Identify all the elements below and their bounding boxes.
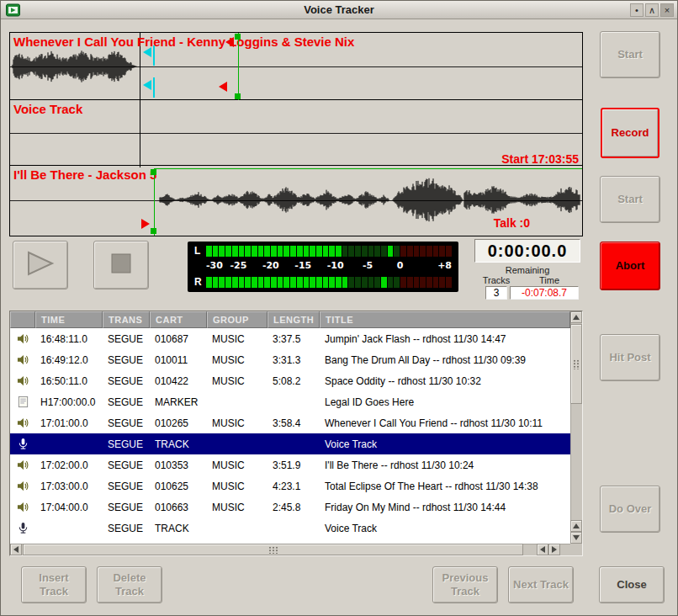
log-cell-length: 2:45.8 bbox=[267, 497, 320, 518]
log-cell-group bbox=[207, 518, 267, 539]
hit-post-button[interactable]: Hit Post bbox=[600, 334, 660, 381]
play-button[interactable] bbox=[13, 241, 68, 289]
scroll-down-icon[interactable] bbox=[570, 532, 582, 544]
horizontal-scrollbar[interactable] bbox=[10, 544, 570, 555]
centerline bbox=[10, 133, 582, 134]
talk-marker-icon[interactable] bbox=[143, 47, 151, 57]
log-cell-group: MUSIC bbox=[207, 497, 267, 518]
meter-right-label: R bbox=[194, 276, 202, 288]
scrollbar-corner bbox=[570, 544, 582, 555]
log-header-title: TITLE bbox=[320, 311, 570, 328]
segue-end-line[interactable] bbox=[238, 33, 239, 100]
scroll-left-icon[interactable] bbox=[10, 544, 22, 555]
log-header: TIME TRANS CART GROUP LENGTH TITLE bbox=[10, 311, 570, 328]
abort-button[interactable]: Abort bbox=[600, 242, 660, 290]
log-cell-group bbox=[207, 433, 267, 454]
track-start-line[interactable] bbox=[140, 33, 140, 167]
log-cell-trans: SEGUE bbox=[103, 518, 150, 539]
log-header-time: TIME bbox=[35, 311, 103, 328]
log-cell-time: 17:03:00.0 bbox=[35, 475, 103, 497]
log-cell-trans: SEGUE bbox=[103, 328, 150, 349]
wave-area: Whenever I Call You Friend - Kenny Loggi… bbox=[9, 32, 583, 236]
start-button-1[interactable]: Start bbox=[600, 31, 660, 78]
log-cell-length: 3:51.9 bbox=[267, 454, 320, 475]
track-panel-2[interactable]: Voice Track Start 17:03:55 bbox=[10, 100, 582, 166]
log-cell-length: 3:58.4 bbox=[267, 412, 320, 433]
log-row[interactable]: SEGUE TRACK Voice Track bbox=[10, 433, 570, 454]
log-cell-length: 3:37.5 bbox=[267, 328, 320, 349]
track-panel-1[interactable]: Whenever I Call You Friend - Kenny Loggi… bbox=[10, 33, 582, 100]
log-cell-title: Friday On My Mind -- rdhost 11/30 14:44 bbox=[320, 497, 570, 518]
mic-icon bbox=[10, 433, 35, 454]
insert-track-button[interactable]: Insert Track bbox=[21, 566, 87, 603]
speaker-icon bbox=[10, 349, 35, 370]
log-cell-length: 4:23.1 bbox=[267, 475, 320, 497]
log-row[interactable]: 17:03:00.0 SEGUE 010625 MUSIC 4:23.1 Tot… bbox=[10, 475, 570, 497]
speaker-icon bbox=[10, 412, 35, 433]
log-cell-group bbox=[207, 391, 267, 412]
shade-icon[interactable]: ∧ bbox=[645, 3, 659, 17]
speaker-icon bbox=[10, 454, 35, 475]
next-track-button[interactable]: Next Track bbox=[508, 566, 574, 603]
talk-marker-bar[interactable] bbox=[153, 45, 155, 66]
track3-fade-marker-icon[interactable] bbox=[141, 219, 150, 229]
log-cell-cart: 010663 bbox=[150, 497, 207, 518]
log-header-icon-col bbox=[10, 311, 35, 328]
titlebar[interactable]: Voice Tracker • ∧ × bbox=[1, 1, 677, 19]
record-button[interactable]: Record bbox=[601, 108, 659, 158]
log-row[interactable]: SEGUE TRACK Voice Track bbox=[10, 518, 570, 539]
elapsed-time-display: 0:00:00.0 bbox=[474, 239, 580, 263]
track3-start-line[interactable] bbox=[154, 168, 155, 236]
speaker-icon bbox=[10, 370, 35, 391]
log-row[interactable]: 16:49:12.0 SEGUE 010011 MUSIC 3:31.3 Ban… bbox=[10, 349, 570, 370]
log-row[interactable]: 17:01:00.0 SEGUE 010265 MUSIC 3:58.4 Whe… bbox=[10, 412, 570, 433]
start-button-2[interactable]: Start bbox=[600, 176, 660, 223]
log-row[interactable]: 17:02:00.0 SEGUE 010353 MUSIC 3:51.9 I'l… bbox=[10, 454, 570, 475]
log-row[interactable]: 16:48:11.0 SEGUE 010687 MUSIC 3:37.5 Jum… bbox=[10, 328, 570, 349]
centerline bbox=[10, 66, 582, 67]
log-cell-group: MUSIC bbox=[207, 370, 267, 391]
log-cell-trans: SEGUE bbox=[103, 475, 150, 497]
previous-track-button[interactable]: Previous Track bbox=[432, 566, 498, 603]
log-cell-cart: TRACK bbox=[150, 433, 207, 454]
log-cell-time: 16:48:11.0 bbox=[35, 328, 103, 349]
remaining-tracks-value: 3 bbox=[485, 286, 507, 300]
log-row[interactable]: 17:04:00.0 SEGUE 010663 MUSIC 2:45.8 Fri… bbox=[10, 497, 570, 518]
talk-marker-bar[interactable] bbox=[153, 77, 155, 98]
log-cell-group: MUSIC bbox=[207, 454, 267, 475]
close-icon[interactable]: × bbox=[660, 3, 674, 17]
fade-marker-icon[interactable] bbox=[219, 82, 227, 92]
vertical-scrollbar[interactable] bbox=[570, 311, 582, 544]
log-cell-group: MUSIC bbox=[207, 412, 267, 433]
track-panel-3[interactable]: I'll Be There - Jackson 5 Talk :0 bbox=[10, 166, 582, 234]
do-over-button[interactable]: Do Over bbox=[600, 486, 660, 533]
delete-track-button[interactable]: Delete Track bbox=[97, 566, 162, 603]
log-row[interactable]: 16:50:11.0 SEGUE 010422 MUSIC 5:08.2 Spa… bbox=[10, 370, 570, 391]
close-button[interactable]: Close bbox=[599, 566, 665, 603]
scroll-up-icon[interactable] bbox=[570, 311, 582, 323]
mic-icon bbox=[10, 518, 35, 539]
log-cell-group: MUSIC bbox=[207, 328, 267, 349]
vertical-scroll-thumb[interactable] bbox=[570, 324, 582, 404]
log-cell-cart: 010422 bbox=[150, 370, 207, 391]
fade-marker-icon[interactable] bbox=[225, 37, 234, 47]
segue-marker-handle[interactable] bbox=[235, 34, 241, 40]
talk-marker-icon[interactable] bbox=[143, 80, 151, 90]
speaker-icon bbox=[10, 328, 35, 349]
log-cell-cart: TRACK bbox=[150, 518, 207, 539]
stop-button[interactable] bbox=[93, 241, 149, 289]
log-cell-title: Whenever I Call You Friend -- rdhost 11/… bbox=[320, 412, 570, 433]
scroll-up-icon[interactable] bbox=[570, 520, 582, 532]
scroll-left-icon[interactable] bbox=[537, 544, 548, 555]
segue-marker-handle[interactable] bbox=[235, 93, 241, 99]
log-row[interactable]: H17:00:00.0 SEGUE MARKER Legal ID Goes H… bbox=[10, 391, 570, 412]
log-cell-group: MUSIC bbox=[207, 349, 267, 370]
log-cell-time: 17:04:00.0 bbox=[35, 497, 103, 518]
horizontal-scroll-thumb[interactable] bbox=[23, 544, 523, 555]
track3-marker-handle[interactable] bbox=[151, 169, 156, 175]
log-cell-length bbox=[267, 518, 320, 539]
track3-marker-handle[interactable] bbox=[151, 228, 156, 234]
scroll-right-icon[interactable] bbox=[548, 544, 560, 555]
meter-right-segments bbox=[206, 277, 452, 288]
stick-icon[interactable]: • bbox=[630, 3, 644, 17]
